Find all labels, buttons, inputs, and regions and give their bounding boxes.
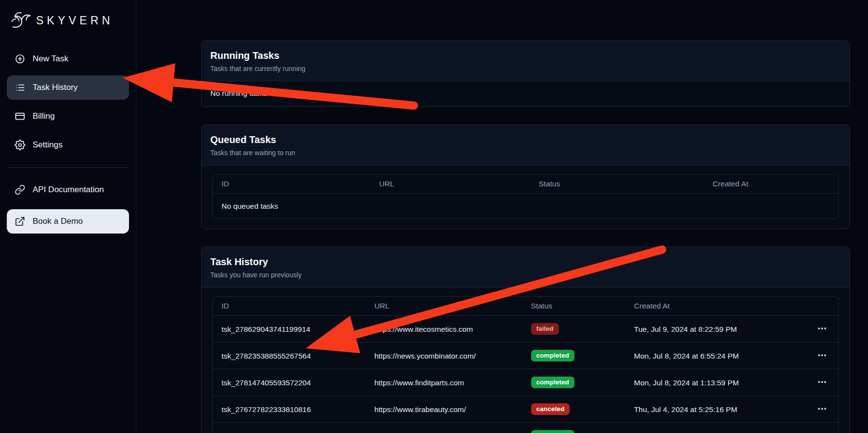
content: Running Tasks Tasks that are currently r… — [136, 0, 868, 433]
sidebar-item-label: Settings — [33, 140, 62, 150]
plus-circle-icon — [15, 54, 25, 64]
task-history-table: ID URL Status Created At tsk_27862904374… — [212, 296, 839, 433]
task-created-at-cell: Thu, Jun 27, 2024 at 8:38:58 PM — [625, 423, 806, 433]
column-header-created-at: Created At — [704, 175, 838, 194]
task-status-cell: completed — [522, 369, 626, 396]
row-actions-button[interactable]: ⋯ — [814, 406, 830, 413]
sidebar-item-book-a-demo[interactable]: Book a Demo — [7, 209, 129, 234]
task-id-cell: tsk_278629043741199914 — [213, 316, 366, 343]
task-created-at-cell: Mon, Jul 8, 2024 at 1:13:59 PM — [625, 369, 806, 396]
app-root: SKYVERN New Task Task History Billing — [0, 0, 868, 433]
task-status-cell: completed — [522, 343, 626, 369]
status-badge: completed — [531, 350, 575, 361]
external-link-icon — [15, 216, 25, 227]
task-created-at-cell: Tue, Jul 9, 2024 at 8:22:59 PM — [625, 316, 806, 343]
task-id-cell: tsk_274180139292204058 — [213, 423, 366, 433]
row-actions-button[interactable]: ⋯ — [814, 325, 830, 332]
task-url-cell: https://www.finditparts.com — [366, 369, 522, 396]
sidebar-item-label: Book a Demo — [33, 216, 83, 226]
task-history-row[interactable]: tsk_278235388555267564 https://news.ycom… — [213, 343, 838, 369]
sidebar-divider — [8, 167, 128, 168]
running-tasks-empty: No running tasks — [202, 81, 850, 107]
task-history-row[interactable]: tsk_278147405593572204 https://www.findi… — [213, 369, 838, 396]
column-header-actions — [806, 297, 838, 316]
queued-tasks-empty-text: No queued tasks — [213, 194, 838, 219]
column-header-id: ID — [213, 175, 370, 194]
link-icon — [15, 184, 25, 195]
task-url-cell: https://news.ycombinator.com/ — [366, 343, 522, 369]
task-status-cell: canceled — [522, 396, 626, 423]
queued-tasks-empty-row: No queued tasks — [213, 194, 838, 219]
sidebar-item-new-task[interactable]: New Task — [7, 47, 129, 71]
task-actions-cell: ⋯ — [806, 423, 838, 433]
task-status-cell: failed — [522, 316, 626, 343]
task-actions-cell: ⋯ — [806, 316, 838, 343]
sidebar-item-billing[interactable]: Billing — [7, 104, 129, 128]
task-actions-cell: ⋯ — [806, 369, 838, 396]
task-id-cell: tsk_278147405593572204 — [213, 369, 366, 396]
credit-card-icon — [15, 111, 25, 122]
sidebar-item-task-history[interactable]: Task History — [7, 75, 129, 100]
status-badge: canceled — [531, 403, 570, 415]
column-header-id: ID — [213, 297, 366, 316]
skyvern-logo[interactable]: SKYVERN — [7, 6, 129, 36]
sidebar-nav: New Task Task History Billing Set — [7, 47, 129, 238]
task-history-row[interactable]: tsk_278629043741199914 https://www.iteco… — [213, 316, 838, 343]
column-header-url: URL — [370, 175, 530, 194]
running-tasks-subtitle: Tasks that are currently running — [210, 65, 841, 72]
queued-tasks-table: ID URL Status Created At No queued tasks — [212, 174, 839, 219]
row-actions-button[interactable]: ⋯ — [814, 352, 830, 359]
main-area: Star 5,434 R S Running Tasks Tasks that … — [136, 0, 868, 433]
task-history-title: Task History — [210, 256, 841, 268]
task-history-subtitle: Tasks you have run previously — [210, 271, 841, 279]
column-header-status: Status — [522, 297, 626, 316]
sidebar-item-settings[interactable]: Settings — [7, 133, 129, 157]
task-id-cell: tsk_276727822333810816 — [213, 396, 366, 423]
task-url-cell: https://www.itecosmetics.com — [366, 316, 522, 343]
queued-tasks-title: Queued Tasks — [210, 134, 841, 145]
sidebar-item-label: API Documentation — [33, 185, 104, 195]
sidebar-item-label: Task History — [33, 83, 78, 92]
task-status-cell: completed — [522, 423, 626, 433]
gear-icon — [15, 140, 25, 150]
sidebar-item-label: New Task — [33, 54, 68, 64]
logo-wordmark: SKYVERN — [36, 14, 113, 27]
task-id-cell: tsk_278235388555267564 — [213, 343, 366, 369]
task-url-cell: https://www.geico.com — [366, 423, 522, 433]
task-history-row[interactable]: tsk_274180139292204058 https://www.geico… — [213, 423, 838, 433]
skyvern-dragon-icon — [10, 10, 31, 31]
status-badge: completed — [531, 377, 575, 388]
sidebar: SKYVERN New Task Task History Billing — [0, 0, 136, 433]
history-table-body: tsk_278629043741199914 https://www.iteco… — [213, 316, 838, 433]
task-created-at-cell: Mon, Jul 8, 2024 at 6:55:24 PM — [625, 343, 806, 369]
task-history-header: Task History Tasks you have run previous… — [202, 247, 850, 288]
running-tasks-title: Running Tasks — [210, 50, 841, 61]
column-header-status: Status — [530, 175, 703, 194]
list-icon — [15, 82, 25, 93]
sidebar-item-label: Billing — [33, 111, 55, 121]
running-tasks-header: Running Tasks Tasks that are currently r… — [202, 41, 850, 81]
queued-tasks-header: Queued Tasks Tasks that are waiting to r… — [202, 125, 850, 165]
status-badge: failed — [531, 323, 559, 335]
task-created-at-cell: Thu, Jul 4, 2024 at 5:25:16 PM — [625, 396, 806, 423]
running-tasks-card: Running Tasks Tasks that are currently r… — [201, 40, 850, 107]
task-actions-cell: ⋯ — [806, 396, 838, 423]
status-badge: completed — [531, 430, 575, 433]
task-actions-cell: ⋯ — [806, 343, 838, 369]
row-actions-button[interactable]: ⋯ — [814, 379, 830, 386]
history-table-header-row: ID URL Status Created At — [213, 297, 838, 316]
task-url-cell: https://www.tirabeauty.com/ — [366, 396, 522, 423]
sidebar-item-api-documentation[interactable]: API Documentation — [7, 178, 129, 202]
queued-table-header-row: ID URL Status Created At — [213, 175, 838, 194]
queued-tasks-subtitle: Tasks that are waiting to run — [210, 149, 841, 157]
column-header-created-at: Created At — [625, 297, 806, 316]
queued-tasks-card: Queued Tasks Tasks that are waiting to r… — [201, 125, 850, 229]
column-header-url: URL — [366, 297, 522, 316]
task-history-card: Task History Tasks you have run previous… — [201, 247, 850, 433]
task-history-row[interactable]: tsk_276727822333810816 https://www.tirab… — [213, 396, 838, 423]
